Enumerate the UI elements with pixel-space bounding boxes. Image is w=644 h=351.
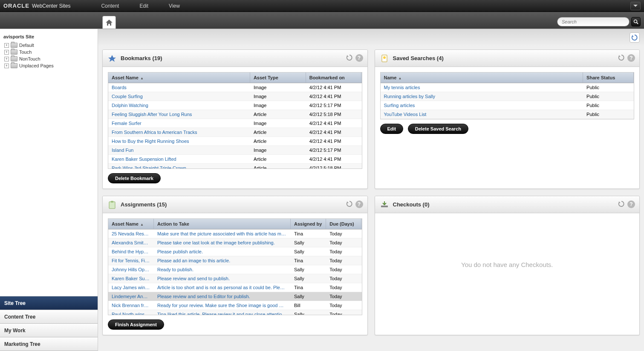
col-bookmarked-on[interactable]: Bookmarked on <box>306 73 362 83</box>
checkouts-help-button[interactable]: ? <box>627 200 635 208</box>
table-row[interactable]: Johnny Hills Optimi...Ready to publish.S… <box>108 265 362 274</box>
menu-view[interactable]: View <box>169 3 180 9</box>
finish-assignment-button[interactable]: Finish Assignment <box>108 319 164 330</box>
accordion-content-tree[interactable]: Content Tree <box>0 310 98 324</box>
asset-name-cell[interactable]: Karen Baker Susp... <box>108 274 154 283</box>
saved-searches-help-button[interactable]: ? <box>627 54 635 62</box>
accordion-site-tree[interactable]: Site Tree <box>0 296 98 310</box>
tree-node[interactable]: +Default <box>3 42 95 49</box>
asset-name-cell[interactable]: Dolphin Watching <box>108 101 250 110</box>
table-row[interactable]: Running articles by SallyPublic <box>381 92 634 101</box>
accordion-marketing-tree[interactable]: Marketing Tree <box>0 337 98 351</box>
table-row[interactable]: Lindemeyer Anno...Please review and send… <box>108 292 362 301</box>
table-row[interactable]: Fit for Tennis, Fit f...Please add an im… <box>108 256 362 265</box>
asset-name-cell[interactable]: Alexandra Smith E... <box>108 238 154 247</box>
table-row[interactable]: Behind the Hype o...Please publish artic… <box>108 247 362 256</box>
col-asset-name[interactable]: Asset Name▲ <box>108 219 154 229</box>
asset-name-cell[interactable]: Johnny Hills Optimi... <box>108 265 154 274</box>
table-row[interactable]: Feeling Sluggish After Your Long RunsArt… <box>108 110 362 119</box>
asset-name-cell[interactable]: Nick Brennan frac... <box>108 301 154 310</box>
table-row[interactable]: Karen Baker Susp...Please review and sen… <box>108 274 362 283</box>
asset-name-cell[interactable]: 25 Nevada Resort... <box>108 229 154 238</box>
accordion-my-work[interactable]: My Work <box>0 324 98 337</box>
asset-name-cell[interactable]: Boards <box>108 83 250 92</box>
expand-icon[interactable]: + <box>4 57 9 61</box>
asset-name-cell[interactable]: Lacy James wins ... <box>108 283 154 292</box>
table-row[interactable]: Paul North wins C...Tina liked this arti… <box>108 310 362 315</box>
bookmarks-refresh-button[interactable] <box>346 54 353 63</box>
bookmarks-help-button[interactable]: ? <box>355 54 363 62</box>
asset-name-cell[interactable]: Paul North wins C... <box>108 310 154 315</box>
asset-name-cell[interactable]: Island Fun <box>108 146 250 154</box>
asset-name-cell[interactable]: How to Buy the Right Running Shoes <box>108 137 250 145</box>
name-cell[interactable]: Surfing articles <box>381 101 583 110</box>
search-button[interactable] <box>631 17 641 26</box>
col-share-status[interactable]: Share Status <box>583 73 634 83</box>
tree-node[interactable]: +Touch <box>3 49 95 55</box>
expand-icon[interactable]: + <box>4 50 9 55</box>
action-cell[interactable]: Tina liked this article. Please review i… <box>154 310 291 315</box>
table-row[interactable]: Dolphin WatchingImage4/2/12 5:17 PM <box>108 101 362 110</box>
table-row[interactable]: From Southern Africa to American TracksA… <box>108 128 362 137</box>
name-cell[interactable]: My tennis articles <box>381 83 583 92</box>
asset-name-cell[interactable]: Karen Baker Suspension Lifted <box>108 155 250 163</box>
bookmarks-grid-body[interactable]: BoardsImage4/2/12 4:41 PMCouple SurfingI… <box>108 83 362 168</box>
col-assigned-by[interactable]: Assigned by <box>291 219 326 229</box>
table-row[interactable]: Karen Baker Suspension LiftedArticle4/2/… <box>108 155 362 164</box>
table-row[interactable]: Couple SurfingImage4/2/12 4:41 PM <box>108 92 362 101</box>
action-cell[interactable]: Ready for your review. Make sure the Sho… <box>154 301 291 310</box>
action-cell[interactable]: Article is too short and is not as perso… <box>154 283 291 292</box>
col-action[interactable]: Action to Take <box>154 219 291 229</box>
menu-edit[interactable]: Edit <box>139 3 148 9</box>
table-row[interactable]: BoardsImage4/2/12 4:41 PM <box>108 83 362 92</box>
action-cell[interactable]: Make sure that the picture associated wi… <box>154 229 291 238</box>
asset-name-cell[interactable]: Female Surfer <box>108 119 250 128</box>
asset-name-cell[interactable]: Lindemeyer Anno... <box>108 292 154 301</box>
asset-name-cell[interactable]: Park Wins 3rd Straight Triple Crown <box>108 164 250 168</box>
checkouts-refresh-button[interactable] <box>618 200 625 209</box>
asset-name-cell[interactable]: Feeling Sluggish After Your Long Runs <box>108 110 250 119</box>
home-tab[interactable] <box>102 16 116 29</box>
asset-name-cell[interactable]: Behind the Hype o... <box>108 247 154 256</box>
action-cell[interactable]: Please review and send to publish. <box>154 274 291 283</box>
col-due[interactable]: Due (Days) <box>326 219 361 229</box>
name-cell[interactable]: YouTube Videos List <box>381 110 583 119</box>
search-input[interactable] <box>557 17 630 26</box>
col-asset-type[interactable]: Asset Type <box>250 73 306 83</box>
action-cell[interactable]: Please publish article. <box>154 247 291 256</box>
dropdown-toggle[interactable] <box>630 2 641 10</box>
table-row[interactable]: Park Wins 3rd Straight Triple CrownArtic… <box>108 164 362 168</box>
refresh-all-button[interactable] <box>630 32 640 43</box>
table-row[interactable]: Nick Brennan frac...Ready for your revie… <box>108 301 362 310</box>
action-cell[interactable]: Please take one last look at the image b… <box>154 238 291 247</box>
asset-name-cell[interactable]: From Southern Africa to American Tracks <box>108 128 250 136</box>
table-row[interactable]: Lacy James wins ...Article is too short … <box>108 283 362 292</box>
expand-icon[interactable]: + <box>4 43 9 48</box>
col-asset-name[interactable]: Asset Name▲ <box>108 73 250 83</box>
menu-content[interactable]: Content <box>101 3 119 9</box>
table-row[interactable]: 25 Nevada Resort...Make sure that the pi… <box>108 229 362 238</box>
tree-node[interactable]: +NonTouch <box>3 55 95 62</box>
action-cell[interactable]: Please add an image to this article. <box>154 256 291 265</box>
asset-name-cell[interactable]: Couple Surfing <box>108 92 250 101</box>
asset-name-cell[interactable]: Fit for Tennis, Fit f... <box>108 256 154 265</box>
expand-icon[interactable]: + <box>4 64 9 68</box>
name-cell[interactable]: Running articles by Sally <box>381 92 583 101</box>
assignments-help-button[interactable]: ? <box>355 200 363 208</box>
table-row[interactable]: How to Buy the Right Running ShoesArticl… <box>108 137 362 146</box>
table-row[interactable]: My tennis articlesPublic <box>381 83 634 92</box>
delete-saved-search-button[interactable]: Delete Saved Search <box>408 124 468 134</box>
edit-saved-search-button[interactable]: Edit <box>380 124 404 134</box>
assignments-grid-body[interactable]: 25 Nevada Resort...Make sure that the pi… <box>108 229 362 315</box>
table-row[interactable]: YouTube Videos ListPublic <box>381 110 634 119</box>
table-row[interactable]: Female SurferImage4/2/12 4:41 PM <box>108 119 362 128</box>
col-name[interactable]: Name▲ <box>381 73 583 83</box>
delete-bookmark-button[interactable]: Delete Bookmark <box>108 173 161 183</box>
action-cell[interactable]: Please review and send to Editor for pub… <box>154 292 291 301</box>
tree-node[interactable]: +Unplaced Pages <box>3 62 95 69</box>
table-row[interactable]: Surfing articlesPublic <box>381 101 634 110</box>
saved-searches-refresh-button[interactable] <box>618 54 625 63</box>
table-row[interactable]: Island FunImage4/2/12 5:17 PM <box>108 146 362 155</box>
assignments-refresh-button[interactable] <box>346 200 353 209</box>
action-cell[interactable]: Ready to publish. <box>154 265 291 274</box>
